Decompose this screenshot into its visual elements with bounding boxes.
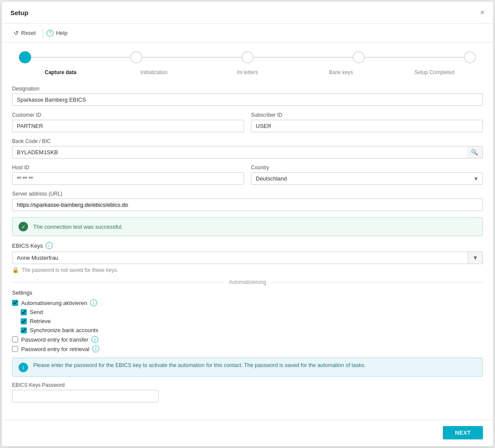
help-button[interactable]: ? Help <box>47 30 68 37</box>
send-row: Send <box>12 309 483 315</box>
step-label-3: Ini letters <box>201 69 294 75</box>
step-4-circle <box>353 51 365 63</box>
customer-id-input[interactable] <box>12 120 244 132</box>
host-id-label: Host ID <box>12 165 244 171</box>
ebics-keys-group: EBICS Keys i Anne Musterfrau ▼ 🔒 The pas… <box>12 242 483 273</box>
ebics-password-input[interactable] <box>12 390 159 402</box>
server-address-group: Server address (URL) <box>12 191 483 211</box>
step-5-circle <box>464 51 476 63</box>
info-banner: i Please enter the password for the EBIC… <box>12 358 483 377</box>
search-icon: 🔍 <box>471 149 478 156</box>
main-content: Designation Customer ID Subscriber ID Ba… <box>2 82 493 420</box>
country-select[interactable]: Deutschland Austria Switzerland <box>251 172 483 185</box>
stepper <box>2 43 493 68</box>
send-label: Send <box>30 309 43 315</box>
bank-code-label: Bank Code / BIC <box>12 138 483 144</box>
step-label-1: Capture data <box>14 69 107 75</box>
password-retrieval-label: Password entry for retrieval <box>21 346 89 352</box>
ebics-password-group: EBICS Keys Password <box>12 382 483 402</box>
send-checkbox[interactable] <box>21 309 27 315</box>
dialog-header: Setup × <box>2 2 493 24</box>
connection-test-message: The connection test was successful. <box>33 224 123 230</box>
ebics-keys-info-icon[interactable]: i <box>46 242 53 249</box>
step-line-4 <box>365 57 464 58</box>
sync-row: Synchronize bank accounts <box>12 327 483 333</box>
sync-checkbox[interactable] <box>21 327 27 333</box>
section-divider: Automatisierung <box>12 279 483 285</box>
info-banner-message: Please enter the password for the EBICS … <box>33 362 366 368</box>
host-country-row: Host ID Country Deutschland Austria Swit… <box>12 165 483 185</box>
settings-section: Settings Automatisierung aktivieren i Se… <box>12 289 483 352</box>
country-group: Country Deutschland Austria Switzerland … <box>251 165 483 185</box>
retrieve-label: Retrieve <box>30 318 50 324</box>
password-transfer-label: Password entry for transfer <box>21 336 88 343</box>
lock-icon: 🔒 <box>12 267 19 273</box>
step-3-circle <box>241 51 254 63</box>
customer-id-label: Customer ID <box>12 112 244 118</box>
server-address-label: Server address (URL) <box>12 191 483 197</box>
automatisierung-checkbox[interactable] <box>12 300 18 306</box>
id-row: Customer ID Subscriber ID <box>12 112 483 132</box>
ebics-keys-select[interactable]: Anne Musterfrau <box>12 252 468 264</box>
step-label-4: Bank keys <box>294 69 388 75</box>
password-transfer-row: Password entry for transfer i <box>12 336 483 343</box>
ebics-keys-dropdown-button[interactable]: ▼ <box>468 252 483 264</box>
automatisierung-label: Automatisierung aktivieren <box>21 300 87 306</box>
connection-test-banner: ✓ The connection test was successful. <box>12 217 483 236</box>
password-note: 🔒 The password is not saved for these ke… <box>12 267 483 273</box>
sync-label: Synchronize bank accounts <box>30 327 98 333</box>
step-labels: Capture data Initialization Ini letters … <box>2 68 493 82</box>
reset-icon: ↺ <box>14 30 19 36</box>
info-banner-icon: i <box>19 363 28 372</box>
step-line-1 <box>31 57 130 58</box>
host-id-group: Host ID <box>12 165 244 185</box>
bank-code-input[interactable] <box>12 146 467 159</box>
setup-dialog: Setup × ↺ Reset ? Help Capture data Init… <box>2 2 493 446</box>
subscriber-id-label: Subscriber ID <box>251 112 483 118</box>
ebics-keys-label: EBICS Keys i <box>12 242 483 249</box>
divider-label: Automatisierung <box>224 279 272 285</box>
help-label: Help <box>56 30 68 36</box>
check-icon: ✓ <box>19 222 28 231</box>
subscriber-id-group: Subscriber ID <box>251 112 483 132</box>
settings-title: Settings <box>12 289 483 296</box>
password-retrieval-row: Password entry for retrieval i <box>12 345 483 352</box>
step-label-5: Setup Completed <box>388 69 481 75</box>
password-retrieval-info-icon[interactable]: i <box>92 345 99 352</box>
step-2-circle <box>130 51 142 63</box>
host-id-input[interactable] <box>12 172 244 185</box>
step-label-2: Initialization <box>107 69 201 75</box>
password-transfer-info-icon[interactable]: i <box>91 336 98 343</box>
customer-id-group: Customer ID <box>12 112 244 132</box>
retrieve-row: Retrieve <box>12 318 483 324</box>
automatisierung-info-icon[interactable]: i <box>90 299 97 306</box>
password-retrieval-checkbox[interactable] <box>12 346 18 352</box>
close-button[interactable]: × <box>480 9 485 16</box>
subscriber-id-input[interactable] <box>251 120 483 132</box>
designation-group: Designation <box>12 86 483 106</box>
server-address-input[interactable] <box>12 199 483 211</box>
dialog-footer: NEXT <box>2 420 493 446</box>
bank-code-search-button[interactable]: 🔍 <box>467 146 483 159</box>
designation-label: Designation <box>12 86 483 92</box>
step-line-3 <box>254 57 353 58</box>
ebics-keys-dropdown: Anne Musterfrau ▼ <box>12 252 483 264</box>
password-transfer-checkbox[interactable] <box>12 336 18 342</box>
country-label: Country <box>251 165 483 171</box>
step-line-2 <box>142 57 241 58</box>
automatisierung-row: Automatisierung aktivieren i <box>12 299 483 306</box>
reset-label: Reset <box>21 30 36 36</box>
retrieve-checkbox[interactable] <box>21 318 27 324</box>
toolbar: ↺ Reset ? Help <box>2 24 493 43</box>
toolbar-divider <box>43 28 43 38</box>
country-select-wrapper: Deutschland Austria Switzerland ▼ <box>251 172 483 185</box>
bank-code-group: Bank Code / BIC 🔍 <box>12 138 483 159</box>
bank-code-input-row: 🔍 <box>12 146 483 159</box>
reset-button[interactable]: ↺ Reset <box>10 28 39 38</box>
help-icon: ? <box>47 30 53 37</box>
ebics-password-label: EBICS Keys Password <box>12 382 483 388</box>
designation-input[interactable] <box>12 93 483 106</box>
dialog-title: Setup <box>10 9 28 16</box>
next-button[interactable]: NEXT <box>443 426 483 439</box>
step-1-circle <box>19 51 31 63</box>
